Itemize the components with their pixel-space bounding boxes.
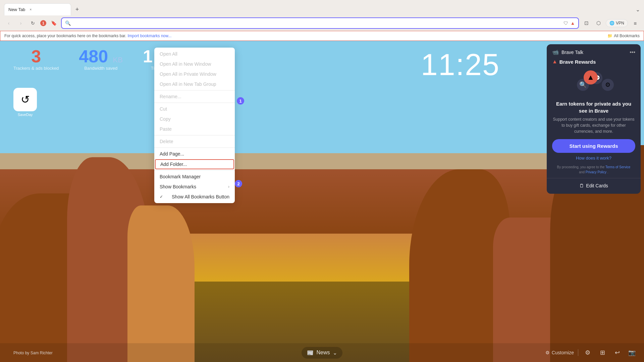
menu-delete[interactable]: Delete <box>154 136 235 146</box>
panel-more-button[interactable]: ••• <box>630 49 635 55</box>
news-icon: 📰 <box>307 350 314 356</box>
notification-badge: 1 <box>40 20 46 26</box>
rewards-earn-title: Earn tokens for private ads you see in B… <box>552 100 635 114</box>
trackers-label: Trackers & ads blocked <box>13 66 59 71</box>
new-tab-button[interactable]: + <box>72 5 82 14</box>
rock-3 <box>127 205 195 362</box>
cluster-icon-3: ⚙ <box>602 79 614 91</box>
bottom-bar: 📰 News ⌄ ⚙ Customize ⚙ ⊞ ↩ 📷 <box>0 343 644 362</box>
reload-button[interactable]: ↻ <box>28 18 38 28</box>
privacy-link[interactable]: Privacy Policy <box>586 170 606 174</box>
bandwidth-stat: 480 KB Bandwidth saved <box>79 48 123 71</box>
bandwidth-label: Bandwidth saved <box>79 66 123 71</box>
bookmark-button[interactable]: 🔖 <box>49 18 58 28</box>
rewards-section: ▲ Brave Rewards 💬 🔍 ▲ ⚙ Earn tokens for … <box>547 59 641 175</box>
how-does-it-work-link[interactable]: How does it work? <box>552 156 635 161</box>
back-button[interactable]: ‹ <box>4 18 13 28</box>
shield-icon: 🛡 <box>564 20 568 26</box>
bookmarks-hint: For quick access, place your bookmarks h… <box>4 34 126 38</box>
address-bar[interactable]: 🔍 🛡 ▲ <box>61 17 579 29</box>
bookmarks-folder-icon: 📁 <box>607 34 612 38</box>
bottom-right-buttons: ⚙ Customize ⚙ ⊞ ↩ 📷 <box>545 343 637 362</box>
active-tab[interactable]: New Tab × <box>4 3 71 15</box>
vpn-globe-icon: 🌐 <box>609 21 614 25</box>
menu-rename[interactable]: Rename... <box>154 92 235 102</box>
rewards-title: Brave Rewards <box>559 59 596 65</box>
menu-show-all-bookmarks[interactable]: ✓ Show All Bookmarks Button <box>154 192 235 202</box>
history-icon-btn[interactable]: ↩ <box>612 347 623 358</box>
menu-show-bookmarks[interactable]: Show Bookmarks › <box>154 182 235 192</box>
submenu-arrow-icon: › <box>228 184 229 189</box>
forward-button[interactable]: › <box>16 18 25 28</box>
tab-title: New Tab <box>8 7 25 12</box>
brave-talk-label: Brave Talk <box>561 50 583 55</box>
menu-open-all[interactable]: Open All <box>154 49 235 59</box>
menu-separator-3 <box>154 135 235 135</box>
menu-open-tab-group[interactable]: Open All in New Tab Group <box>154 79 235 89</box>
icon-cluster: 💬 🔍 ▲ ⚙ <box>574 69 614 96</box>
panel-divider <box>547 178 641 178</box>
sidebar-button[interactable]: ⊡ <box>582 18 591 28</box>
grid-icon-btn[interactable]: ⊞ <box>597 347 608 358</box>
menu-copy[interactable]: Copy <box>154 114 235 124</box>
badge-1: 1 <box>237 97 244 105</box>
wallet-button[interactable]: ⬡ <box>594 18 603 28</box>
vpn-label: VPN <box>616 21 624 25</box>
edit-cards-row[interactable]: 🗒 Edit Cards <box>547 182 641 190</box>
saveday-widget[interactable]: ↺ SaveDay <box>13 88 37 117</box>
saveday-icon[interactable]: ↺ <box>13 88 37 111</box>
rewards-panel: 📹 Brave Talk ••• ▲ Brave Rewards 💬 🔍 ▲ ⚙… <box>547 44 641 194</box>
tab-bar: New Tab × + ⌄ <box>0 0 644 16</box>
menu-separator-1 <box>154 90 235 90</box>
menu-cut[interactable]: Cut <box>154 104 235 114</box>
menu-paste[interactable]: Paste <box>154 124 235 134</box>
edit-cards-icon: 🗒 <box>579 183 584 188</box>
brave-rewards-icon: ▲ <box>552 59 557 65</box>
clock: 11:25 <box>421 48 500 82</box>
menu-add-folder[interactable]: Add Folder... <box>155 159 234 169</box>
bandwidth-number: 480 KB <box>79 48 123 65</box>
search-icon: 🔍 <box>65 20 71 26</box>
customize-button[interactable]: ⚙ Customize <box>545 350 574 355</box>
menu-add-page[interactable]: Add Page... <box>154 149 235 159</box>
rewards-title-row: ▲ Brave Rewards <box>552 59 635 65</box>
import-bookmarks-link[interactable]: Import bookmarks now... <box>128 34 172 38</box>
menu-button[interactable]: ≡ <box>631 18 640 28</box>
settings-icon-btn[interactable]: ⚙ <box>582 347 593 358</box>
tab-close-button[interactable]: × <box>28 7 33 12</box>
rewards-illustration: 💬 🔍 ▲ ⚙ <box>552 69 635 96</box>
camera-icon-btn[interactable]: 📷 <box>627 347 637 358</box>
news-button[interactable]: 📰 News ⌄ <box>302 347 342 359</box>
main-content: 3 Trackers & ads blocked 480 KB Bandwidt… <box>0 41 644 362</box>
vpn-button[interactable]: 🌐 VPN <box>606 19 628 27</box>
cluster-icon-rewards: ▲ <box>584 70 598 84</box>
edit-cards-label: Edit Cards <box>586 183 608 188</box>
menu-separator-5 <box>154 170 235 171</box>
context-menu: Open All Open All in New Window Open All… <box>154 48 235 203</box>
checkmark-icon: ✓ <box>160 194 163 199</box>
address-input[interactable] <box>73 20 561 26</box>
start-rewards-button[interactable]: Start using Rewards <box>552 139 635 153</box>
menu-open-new-window[interactable]: Open All in New Window <box>154 59 235 69</box>
saveday-label: SaveDay <box>13 113 37 117</box>
trackers-stat: 3 Trackers & ads blocked <box>13 48 59 71</box>
tos-text: By proceeding, you agree to the Terms of… <box>552 165 635 175</box>
news-label: News <box>316 350 330 356</box>
tab-bar-menu[interactable]: ⌄ <box>636 6 640 13</box>
brave-icon: ▲ <box>570 20 575 26</box>
menu-bookmark-manager[interactable]: Bookmark Manager <box>154 172 235 182</box>
all-bookmarks[interactable]: 📁 All Bookmarks <box>607 34 640 38</box>
bookmarks-bar: For quick access, place your bookmarks h… <box>0 31 644 41</box>
rewards-earn-desc: Support content creators and use your to… <box>552 116 635 134</box>
brave-talk-icon: 📹 <box>552 49 559 55</box>
menu-separator-4 <box>154 147 235 148</box>
sliders-icon: ⚙ <box>545 350 550 355</box>
menu-separator-2 <box>154 103 235 103</box>
news-chevron-icon: ⌄ <box>333 350 337 356</box>
tos-link[interactable]: Terms of Service <box>605 165 630 169</box>
menu-open-private[interactable]: Open All in Private Window <box>154 69 235 79</box>
toolbar-right: ⊡ ⬡ 🌐 VPN ≡ <box>582 18 640 28</box>
badge-2: 2 <box>235 180 242 187</box>
address-bar-row: ‹ › ↻ 1 🔖 🔍 🛡 ▲ ⊡ ⬡ 🌐 VPN ≡ <box>0 16 644 31</box>
rewards-header: 📹 Brave Talk ••• <box>547 44 641 59</box>
